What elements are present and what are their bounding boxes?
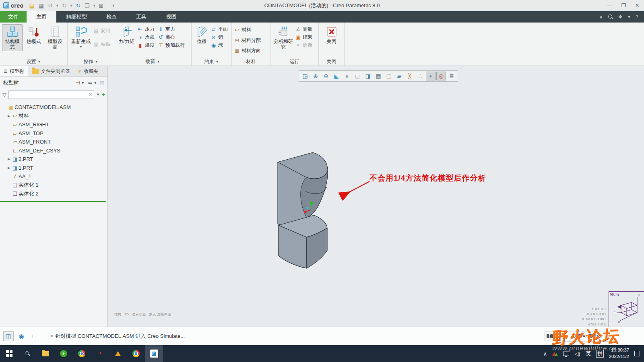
tab-model-tree[interactable]: ≣模型树 [0,66,28,76]
open-file-icon[interactable]: ▤ [28,2,36,9]
planar-constraint-button[interactable]: ▱平面 [211,26,228,33]
zoom-out-icon[interactable]: ⊖ [321,72,331,80]
group-label-settings[interactable]: 设置▼ [0,58,67,66]
force-moment-button[interactable]: 力/力矩 [116,24,136,45]
caret-icon[interactable]: ▼ [627,15,631,19]
tree-item[interactable]: ❏实体化 1 [0,181,107,190]
results-button[interactable]: ▣结果 [295,34,312,41]
tab-favorites[interactable]: ∗收藏夹 [74,66,102,76]
app-dwg-icon[interactable] [115,351,121,356]
tree-display-icon[interactable]: ≣ [447,72,456,80]
filter-dropdown-icon[interactable]: ▼ [96,93,100,97]
regenerate-button[interactable]: 重新生成 ▼ [70,24,92,49]
tree-item[interactable]: ▶◨2.PRT [0,155,107,164]
taskbar-app-dwg[interactable] [109,345,127,362]
tray-cad-icon[interactable] [552,351,558,356]
group-label-constraints[interactable]: 约束▼ [192,58,231,66]
tray-speaker-icon[interactable]: ◁) [574,351,580,357]
taskbar-chrome-1[interactable] [72,345,91,362]
blank-box-icon[interactable]: □ [29,331,39,341]
collapse-ribbon-icon[interactable]: ∧ [599,14,603,20]
gravity-button[interactable]: ⇓重力 [158,26,185,33]
tree-item[interactable]: ▶◨1.PRT [0,164,107,173]
tree-settings-icon[interactable]: ≔ [87,80,93,86]
action-center-icon[interactable] [634,351,640,356]
insert-locator-line[interactable] [0,201,106,202]
measure-button[interactable]: ∠测量 [295,26,312,33]
tray-network-icon[interactable] [563,352,569,356]
group-label-operations[interactable]: 操作▼ [68,58,114,66]
tab-home[interactable]: 主页 [27,11,56,23]
shading-style-icon[interactable]: ● [342,72,352,80]
tab-inspect[interactable]: 检查 [97,11,126,23]
taskbar-start[interactable] [0,345,18,362]
selection-filter-dropdown[interactable]: 所有可选择的 [564,331,610,341]
filter-add-icon[interactable]: + [102,91,105,98]
regenerate-dropdown[interactable]: ▼ [79,45,83,49]
tree-item[interactable]: /AA_1 [0,172,107,181]
tree-item[interactable]: ▱ASM_RIGHT [0,120,107,129]
zoom-region-icon[interactable]: ◲ [300,72,310,80]
material-assignment-button[interactable]: ⊟材料分配 [234,37,261,44]
saved-orientations-icon[interactable]: ◨ [363,72,373,80]
refit-icon[interactable]: ◣ [332,72,341,80]
caret-icon[interactable]: ▼ [92,3,97,8]
displacement-button[interactable]: 位移 [194,24,210,45]
taskbar-app-cad[interactable]: ◔ [91,345,109,362]
undo-icon[interactable]: ↺ [46,2,54,9]
graphics-viewport[interactable]: ◲⊕⊖◣●◻◨▦▢▰╳∴⌖◎≣ [108,66,644,327]
group-label-loads[interactable]: 载荷▼ [114,58,191,66]
csys-display-icon[interactable]: ⌖ [426,72,436,80]
ball-constraint-button[interactable]: ◉球 [211,42,228,49]
tree-filter-input[interactable] [9,92,87,97]
tab-view[interactable]: 视图 [156,11,186,23]
caret-icon[interactable]: ▼ [111,3,116,8]
tab-refine-model[interactable]: 精细模型 [56,11,97,23]
preload-button[interactable]: ⊤预加载荷 [158,42,185,49]
taskbar-chrome-2[interactable] [127,345,145,362]
caret-icon[interactable]: ▼ [55,3,60,8]
filter-funnel-icon[interactable]: ▽ [2,92,6,98]
bearing-load-button[interactable]: ◑承载 [137,34,155,41]
tree-item[interactable]: ▣CONTACTMODEL.ASM [0,103,107,112]
pressure-button[interactable]: ⇤压力 [137,26,155,33]
app-360-icon[interactable]: + [60,350,67,357]
centrifugal-load-button[interactable]: ↺离心 [158,34,185,41]
expand-arrow-icon[interactable]: ▶ [6,114,11,118]
explorer-icon[interactable] [42,351,49,356]
close-simulate-button[interactable]: 关闭 [322,24,341,45]
materials-button[interactable]: ↩材料 [234,27,261,33]
copy-button[interactable]: ▤复制 [93,27,110,34]
taskbar-task-search[interactable] [18,345,36,362]
tree-show-icon[interactable]: ⊞ [100,80,104,86]
chrome-2-icon[interactable] [132,350,140,357]
search-tool[interactable]: ▼ [545,331,560,341]
search-icon[interactable] [608,14,613,20]
taskbar-explorer[interactable] [36,345,54,362]
analyses-studies-button[interactable]: 分析和研究 [272,24,294,51]
window-switch-icon[interactable]: ❐ [83,2,91,9]
plane-display-icon[interactable]: ▰ [394,72,404,80]
filter-clear-icon[interactable]: ✕ [87,92,94,97]
minimize-button[interactable]: — [603,0,617,11]
caret-icon[interactable]: ▼ [69,3,73,8]
taskbar-creo-active[interactable] [145,345,163,362]
ime-language[interactable]: 英 [586,350,591,357]
learning-center-icon[interactable]: ❖ [618,14,623,20]
axis-display-icon[interactable]: ╳ [405,72,415,80]
save-icon[interactable]: ▦ [37,2,45,9]
diagnostics-button[interactable]: ▾诊断 [295,42,312,49]
temperature-load-button[interactable]: ▮温度 [137,42,155,49]
taskbar-clock[interactable]: 19:30:37 2022/11/2 [609,347,629,360]
standard-orientation-icon[interactable]: ◻ [353,72,362,80]
point-display-icon[interactable]: ∴ [415,72,425,80]
paste-button[interactable]: ▥粘贴 [93,41,110,48]
expand-arrow-icon[interactable]: ▶ [6,157,11,161]
tree-tools-icon[interactable]: ⊣ [76,80,80,86]
help-icon[interactable]: ? [636,14,638,20]
expand-arrow-icon[interactable]: ▶ [6,166,11,170]
spin-center-icon[interactable]: ◎ [436,72,446,80]
capture-image-icon[interactable]: ▦ [374,72,383,80]
material-orientation-button[interactable]: ⊠材料方向 [234,47,261,54]
chrome-1-icon[interactable] [78,350,85,357]
